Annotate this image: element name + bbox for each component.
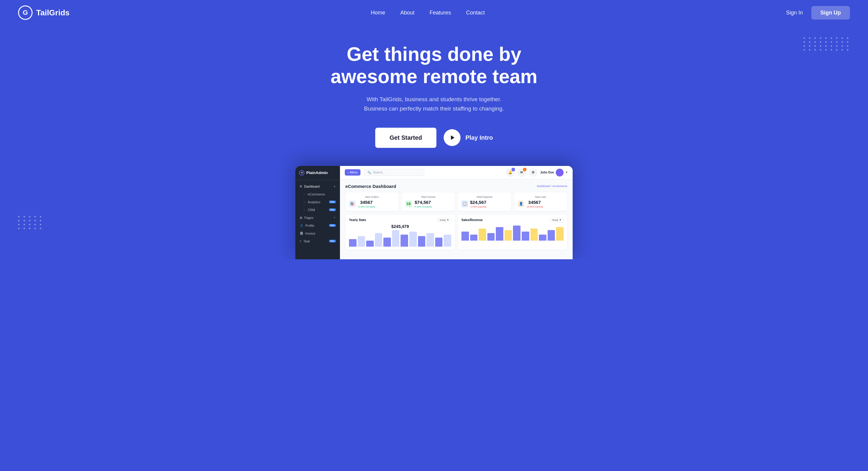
sidebar-item-task[interactable]: ≡ Task Pro: [296, 237, 340, 245]
sidebar-item-analytics[interactable]: → Analytics Pro: [296, 198, 340, 206]
db-avatar: [556, 169, 564, 176]
db-filter-button[interactable]: ⚙: [529, 168, 537, 177]
db-menu-button[interactable]: ‹ Menu: [345, 169, 361, 175]
nav-links: Home About Features Contact: [371, 10, 485, 16]
sidebar-item-crm[interactable]: → CRM Pro: [296, 206, 340, 214]
chart-period-select-sales[interactable]: Yearly ▼: [550, 218, 564, 222]
breadcrumb: Dashboard / eCommerce: [537, 184, 567, 188]
hero-buttons: Get Started Play Intro: [6, 128, 862, 148]
chart-bars-yearly: [349, 230, 451, 247]
db-messages-button[interactable]: ✉ 3: [518, 168, 526, 177]
stat-icon-orders: 🛍️: [349, 201, 355, 207]
stat-icon-user: 👤: [518, 201, 524, 207]
chart-yearly-stats: Yearly Stats Yearly ▼ $245,479: [345, 215, 455, 250]
hero-subtext: With TailGrids, business and students th…: [359, 95, 509, 113]
chart-bars-sales: [461, 224, 564, 241]
db-stats-grid: New Orders 🛍️ 34567 +2.00% (30 days): [345, 193, 567, 211]
db-topbar-right: 🔔 2 ✉ 3 ⚙ John Doe ▼: [506, 168, 568, 177]
messages-badge: 3: [523, 168, 527, 171]
stat-card-total-expense: Total Expense 📋 $24,567 -2.00% Expense: [458, 193, 511, 211]
hero-section: Get things done by awesome remote team W…: [0, 25, 868, 259]
sidebar-item-invoice[interactable]: 🧾 Invoice: [296, 230, 340, 237]
db-topbar: ‹ Menu 🔍 Search... 🔔 2 ✉ 3: [340, 166, 572, 179]
play-icon: [444, 129, 461, 146]
logo-text: TailGrids: [36, 8, 70, 18]
db-search-input[interactable]: 🔍 Search...: [364, 169, 424, 176]
sidebar-item-dashboard[interactable]: ⊞ Dashboard ▲: [296, 182, 340, 190]
decorative-dots-right: [804, 37, 850, 51]
db-user-menu[interactable]: John Doe ▼: [540, 169, 568, 176]
stat-icon-income: 💵: [405, 201, 412, 207]
user-chevron-icon: ▼: [565, 171, 568, 174]
notifications-badge: 2: [512, 168, 515, 171]
logo-icon: G: [18, 5, 33, 20]
chart-period-select-yearly[interactable]: Yearly ▼: [437, 218, 451, 222]
get-started-button[interactable]: Get Started: [375, 128, 437, 148]
sidebar-item-pages[interactable]: ▦ Pages ▼: [296, 214, 340, 222]
logo[interactable]: G TailGrids: [18, 5, 70, 20]
decorative-dots-left: [18, 216, 43, 229]
search-icon: 🔍: [367, 171, 371, 174]
sidebar-item-profile[interactable]: 👤 Profile Pro: [296, 222, 340, 230]
svg-marker-0: [451, 136, 455, 140]
nav-link-features[interactable]: Features: [430, 10, 451, 16]
stat-card-total-income: Total Income 💵 $74,567 +5.45% Increased: [402, 193, 455, 211]
nav-link-contact[interactable]: Contact: [466, 10, 485, 16]
db-brand-icon: ⊙: [299, 170, 304, 175]
db-sidebar: ⊙ PlainAdmin ⊞ Dashboard ▲ → eCo: [296, 166, 340, 259]
stat-card-new-orders: New Orders 🛍️ 34567 +2.00% (30 days): [345, 193, 399, 211]
nav-actions: Sign In Sign Up: [786, 6, 850, 20]
db-brand: ⊙ PlainAdmin: [296, 166, 340, 180]
db-charts-row: Yearly Stats Yearly ▼ $245,479 Sales/Rev…: [345, 215, 567, 250]
stat-icon-expense: 📋: [461, 201, 468, 207]
play-intro-button[interactable]: Play Intro: [444, 129, 493, 146]
db-content: eCommerce Dashboard Dashboard / eCommerc…: [340, 179, 572, 259]
hero-heading: Get things done by awesome remote team: [329, 43, 539, 88]
dashboard-preview: ⊙ PlainAdmin ⊞ Dashboard ▲ → eCo: [296, 166, 572, 259]
db-page-header: eCommerce Dashboard Dashboard / eCommerc…: [345, 184, 567, 189]
db-notifications-button[interactable]: 🔔 2: [506, 168, 515, 177]
db-main: ‹ Menu 🔍 Search... 🔔 2 ✉ 3: [340, 166, 572, 259]
nav-link-home[interactable]: Home: [371, 10, 385, 16]
db-page-title: eCommerce Dashboard: [345, 184, 396, 189]
nav-link-about[interactable]: About: [400, 10, 414, 16]
sidebar-item-ecommerce[interactable]: → eCommerce: [296, 190, 340, 198]
signup-button[interactable]: Sign Up: [811, 6, 850, 20]
stat-card-new-user: New User 👤 34567 -25.00% Earning: [514, 193, 567, 211]
signin-button[interactable]: Sign In: [786, 10, 803, 16]
chart-sales-revenue: Sales/Revenue Yearly ▼: [458, 215, 567, 250]
navbar: G TailGrids Home About Features Contact …: [0, 0, 868, 25]
